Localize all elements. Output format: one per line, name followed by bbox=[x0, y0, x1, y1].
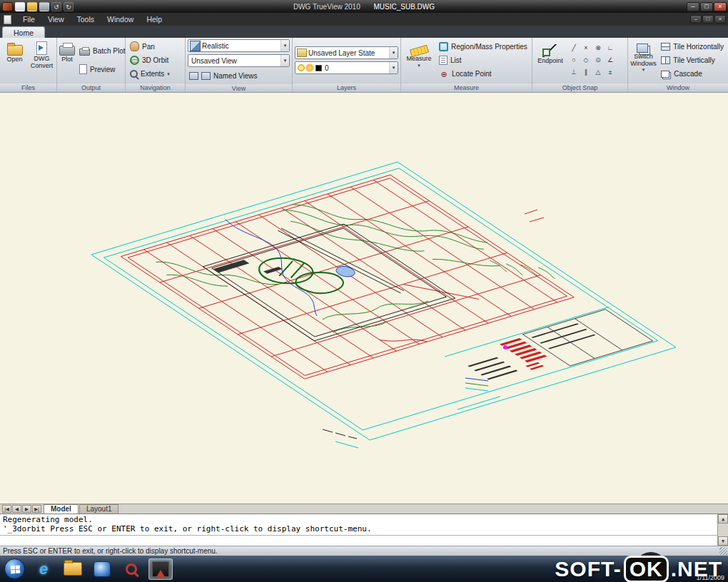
undo-icon[interactable]: ↺ bbox=[51, 2, 61, 11]
locate-point-button[interactable]: ⊕ Locate Point bbox=[438, 68, 529, 81]
app-logo-icon[interactable] bbox=[2, 2, 13, 11]
batch-plot-button[interactable]: Batch Plot bbox=[78, 45, 127, 58]
orbit-button[interactable]: 3D Orbit bbox=[128, 54, 182, 67]
menu-file[interactable]: File bbox=[16, 13, 41, 26]
measure-button[interactable]: Measure ▾ bbox=[403, 39, 435, 81]
panel-label-files: Files bbox=[0, 83, 56, 92]
panel-measure: Measure ▾ Region/Mass Properties List ⊕ … bbox=[401, 38, 532, 92]
menu-help[interactable]: Help bbox=[140, 13, 168, 26]
visual-style-select[interactable]: Realistic ▾ bbox=[188, 39, 290, 52]
extension-snap-icon[interactable]: ∟ bbox=[605, 43, 616, 54]
next-tab-button[interactable]: ▶ bbox=[22, 505, 31, 513]
switch-windows-button[interactable]: Switch Windows ▾ bbox=[630, 39, 657, 81]
tab-navigation: |◀ ◀ ▶ ▶| bbox=[2, 505, 41, 513]
region-mass-properties-button[interactable]: Region/Mass Properties bbox=[438, 40, 529, 53]
close-button[interactable]: × bbox=[714, 2, 727, 11]
measure-dropdown-icon[interactable]: ▾ bbox=[418, 63, 420, 68]
explorer-taskbar-button[interactable] bbox=[61, 558, 85, 580]
layer-freeze-sun-icon[interactable] bbox=[306, 64, 313, 71]
quadrant-snap-icon[interactable]: ◇ bbox=[580, 55, 592, 66]
layer-select[interactable]: 0 ▾ bbox=[295, 61, 398, 74]
angle-snap-icon[interactable]: ∠ bbox=[605, 55, 616, 66]
open-button[interactable]: Open bbox=[2, 39, 27, 81]
site-plan-drawing[interactable] bbox=[0, 93, 728, 504]
midpoint-snap-icon[interactable]: ╱ bbox=[568, 43, 580, 54]
panel-object-snap: Endpoint ╱ × ⊗ ∟ ○ ◇ ⊙ ∠ ⊥ ∥ △ ± Object bbox=[532, 38, 628, 92]
parallel-snap-icon[interactable]: ∥ bbox=[580, 67, 592, 78]
list-button[interactable]: List bbox=[438, 54, 529, 67]
minimize-button[interactable]: – bbox=[687, 2, 699, 11]
menu-view[interactable]: View bbox=[41, 13, 71, 26]
extents-button[interactable]: Extents ▾ bbox=[128, 68, 182, 81]
tangent-snap-icon[interactable]: ⊙ bbox=[592, 55, 604, 66]
menu-bar: File View Tools Window Help – □ × bbox=[0, 13, 728, 26]
search-taskbar-button[interactable] bbox=[119, 558, 143, 580]
tile-horizontally-button[interactable]: Tile Horizontally bbox=[659, 40, 725, 53]
scroll-down-icon[interactable]: ▼ bbox=[718, 536, 728, 546]
edge-cyan-mark bbox=[335, 441, 358, 448]
qat-open-icon[interactable] bbox=[27, 2, 37, 11]
prev-tab-button[interactable]: ◀ bbox=[12, 505, 21, 513]
resize-grip[interactable] bbox=[719, 547, 727, 555]
switch-windows-dropdown-icon[interactable]: ▾ bbox=[642, 68, 645, 72]
dwg-convert-button[interactable]: DWG Convert bbox=[29, 39, 54, 81]
photo-viewer-icon bbox=[93, 561, 111, 577]
command-window[interactable]: Regenerating model. '_3dorbit Press ESC … bbox=[0, 514, 728, 546]
tab-home[interactable]: Home bbox=[2, 26, 45, 38]
plot-button[interactable]: Plot bbox=[59, 39, 75, 81]
trueview-app-icon bbox=[152, 561, 169, 577]
center-snap-icon[interactable]: ○ bbox=[568, 55, 580, 66]
layer-state-select[interactable]: Unsaved Layer State ▾ bbox=[295, 46, 398, 59]
last-tab-button[interactable]: ▶| bbox=[32, 505, 41, 513]
scroll-up-icon[interactable]: ▲ bbox=[718, 514, 728, 524]
qat-new-icon[interactable] bbox=[15, 2, 25, 11]
maximize-button[interactable]: □ bbox=[700, 2, 713, 11]
tab-layout1[interactable]: Layout1 bbox=[79, 504, 119, 514]
visual-style-dropdown-icon[interactable]: ▾ bbox=[280, 40, 289, 51]
layer-color-swatch[interactable] bbox=[315, 65, 322, 71]
child-restore-button[interactable]: □ bbox=[702, 15, 714, 24]
child-close-button[interactable]: × bbox=[714, 15, 726, 24]
panel-label-navigation: Navigation bbox=[126, 83, 185, 92]
viewer-taskbar-button[interactable] bbox=[90, 558, 114, 580]
redo-icon[interactable]: ↻ bbox=[64, 2, 74, 11]
panel-window: Switch Windows ▾ Tile Horizontally Tile … bbox=[628, 38, 728, 92]
batch-plot-icon bbox=[79, 48, 90, 56]
layer-on-bulb-icon[interactable] bbox=[298, 64, 305, 71]
layer-state-dropdown-icon[interactable]: ▾ bbox=[389, 47, 398, 58]
tile-vertically-button[interactable]: Tile Vertically bbox=[659, 54, 725, 67]
first-tab-button[interactable]: |◀ bbox=[2, 505, 11, 513]
endpoint-snap-button[interactable]: Endpoint bbox=[535, 39, 566, 81]
child-minimize-button[interactable]: – bbox=[690, 15, 702, 24]
cascade-button[interactable]: Cascade bbox=[659, 68, 725, 81]
taskbar-clock[interactable]: 1/11/2009 bbox=[697, 574, 724, 581]
extents-dropdown-icon[interactable]: ▾ bbox=[167, 71, 170, 77]
ie-taskbar-button[interactable]: e bbox=[31, 558, 56, 580]
apparent-intersection-snap-icon[interactable]: ⊗ bbox=[592, 43, 604, 54]
trueview-taskbar-button[interactable] bbox=[148, 558, 173, 580]
named-views-button[interactable]: Named Views bbox=[188, 69, 290, 82]
intersection-snap-icon[interactable]: × bbox=[580, 43, 592, 54]
qat-plot-icon[interactable] bbox=[39, 2, 49, 11]
node-snap-icon[interactable]: △ bbox=[592, 67, 604, 78]
views-stack-icon bbox=[201, 72, 211, 80]
drawing-canvas[interactable] bbox=[0, 93, 728, 504]
start-button[interactable] bbox=[4, 558, 25, 579]
tab-model[interactable]: Model bbox=[44, 504, 79, 514]
command-scrollbar[interactable]: ▲ ▼ bbox=[717, 514, 728, 546]
view-select[interactable]: Unsaved View ▾ bbox=[188, 54, 290, 67]
plot-mark bbox=[503, 345, 507, 349]
menu-window[interactable]: Window bbox=[101, 13, 140, 26]
perpendicular-snap-icon[interactable]: ⊥ bbox=[568, 67, 580, 78]
layer-dropdown-icon[interactable]: ▾ bbox=[389, 62, 398, 73]
command-history-line: '_3dorbit Press ESC or ENTER to exit, or… bbox=[3, 524, 715, 534]
tile-vertical-icon bbox=[661, 56, 670, 64]
preview-icon bbox=[79, 64, 87, 74]
pan-button[interactable]: Pan bbox=[128, 40, 182, 53]
preview-button[interactable]: Preview bbox=[78, 63, 127, 76]
nearest-snap-icon[interactable]: ± bbox=[605, 67, 616, 78]
ribbon: Open DWG Convert Files Plot Batch Plo bbox=[0, 38, 728, 93]
view-dropdown-icon[interactable]: ▾ bbox=[280, 55, 289, 66]
menu-tools[interactable]: Tools bbox=[71, 13, 101, 26]
quick-access-toolbar: ↺ ↻ bbox=[0, 2, 74, 11]
